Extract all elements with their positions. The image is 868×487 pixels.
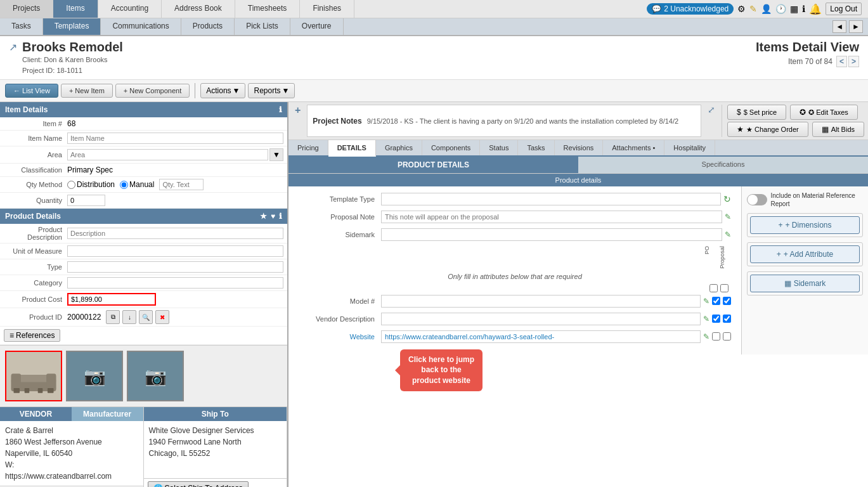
user-icon[interactable]: 👤 bbox=[761, 4, 772, 14]
vendor-tab[interactable]: VENDOR bbox=[0, 407, 72, 421]
specifications-tab[interactable]: Specifications bbox=[578, 157, 868, 173]
vendor-description-input[interactable] bbox=[381, 313, 701, 325]
material-report-toggle[interactable] bbox=[747, 194, 767, 205]
new-item-btn[interactable]: + New Item bbox=[61, 84, 113, 98]
product-details-tab[interactable]: PRODUCT DETAILS bbox=[288, 157, 578, 173]
vendor-desc-po-checkbox[interactable] bbox=[712, 315, 720, 323]
subnav-tasks[interactable]: Tasks bbox=[0, 18, 43, 35]
nav-forward-icon[interactable]: ► bbox=[849, 20, 863, 33]
proposal-main-checkbox[interactable] bbox=[720, 284, 729, 292]
tab-revisions[interactable]: Revisions bbox=[555, 140, 604, 155]
qty-text-input[interactable] bbox=[159, 179, 204, 190]
description-input[interactable] bbox=[67, 228, 283, 239]
nav-accounting[interactable]: Accounting bbox=[98, 0, 162, 18]
ship-to-tab[interactable]: Ship To bbox=[144, 407, 287, 421]
model-proposal-checkbox[interactable] bbox=[723, 297, 731, 305]
edit-taxes-btn[interactable]: ✪ ✪ Edit Taxes bbox=[790, 105, 858, 120]
manufacturer-tab[interactable]: Manufacturer bbox=[72, 407, 143, 421]
product-cost-input[interactable]: $1,899.00 bbox=[67, 293, 156, 306]
tab-hospitality[interactable]: Hospitality bbox=[664, 140, 715, 155]
subnav-products[interactable]: Products bbox=[181, 18, 235, 35]
subnav-overture[interactable]: Overture bbox=[290, 18, 344, 35]
info-icon[interactable]: ℹ bbox=[802, 4, 805, 14]
product-details-subheader: Product details bbox=[288, 174, 868, 186]
tab-details[interactable]: DETAILS bbox=[328, 140, 376, 157]
proposal-note-edit-icon[interactable]: ✎ bbox=[725, 212, 731, 221]
tab-attachments[interactable]: Attachments • bbox=[603, 140, 664, 155]
photo-2-placeholder[interactable]: 📷 bbox=[66, 351, 123, 401]
model-po-checkbox[interactable] bbox=[712, 297, 720, 305]
notes-collapse-icon[interactable]: ⤢ bbox=[705, 105, 718, 115]
proposal-note-input[interactable] bbox=[381, 211, 722, 223]
website-po-checkbox[interactable] bbox=[712, 332, 720, 341]
settings-icon[interactable]: ⚙ bbox=[737, 4, 746, 14]
category-input[interactable] bbox=[67, 277, 283, 289]
tab-graphics[interactable]: Graphics bbox=[376, 140, 422, 155]
nav-items[interactable]: Items bbox=[53, 0, 98, 18]
logout-btn[interactable]: Log Out bbox=[826, 3, 862, 15]
nav-timesheets[interactable]: Timesheets bbox=[235, 0, 301, 18]
model-number-input[interactable] bbox=[381, 295, 701, 308]
notification-badge[interactable]: 💬 2 Unacknowledged bbox=[647, 3, 734, 15]
area-input[interactable] bbox=[67, 149, 268, 160]
next-item-btn[interactable]: > bbox=[848, 56, 859, 67]
type-input[interactable] bbox=[67, 261, 283, 273]
sidemark-attr-btn[interactable]: ▦ Sidemark bbox=[750, 275, 860, 292]
product-id-copy-icon[interactable]: ⧉ bbox=[106, 310, 120, 324]
item-name-input[interactable] bbox=[67, 133, 283, 144]
prev-item-btn[interactable]: < bbox=[836, 56, 847, 67]
change-order-btn[interactable]: ★ ★ Change Order bbox=[727, 122, 808, 137]
item-details-info-icon[interactable]: ℹ bbox=[279, 105, 282, 114]
unit-measure-input[interactable] bbox=[67, 245, 283, 257]
vendor-desc-edit-icon[interactable]: ✎ bbox=[703, 315, 709, 323]
website-input[interactable]: https://www.crateandbarrel.com/hayward-3… bbox=[381, 330, 701, 343]
actions-dropdown[interactable]: Actions ▼ bbox=[200, 83, 245, 98]
subnav-picklists[interactable]: Pick Lists bbox=[235, 18, 290, 35]
dimensions-btn[interactable]: + + Dimensions bbox=[750, 216, 860, 234]
tab-status[interactable]: Status bbox=[480, 140, 518, 155]
quantity-input[interactable]: 0 bbox=[67, 195, 105, 206]
tab-tasks[interactable]: Tasks bbox=[518, 140, 554, 155]
product-info-icon[interactable]: ℹ bbox=[279, 212, 282, 221]
po-main-checkbox[interactable] bbox=[709, 284, 718, 292]
photo-1[interactable] bbox=[5, 351, 62, 401]
template-type-refresh-icon[interactable]: ↻ bbox=[723, 194, 731, 204]
tab-components[interactable]: Components bbox=[422, 140, 480, 155]
clock-icon[interactable]: 🕐 bbox=[775, 4, 786, 14]
reports-dropdown[interactable]: Reports ▼ bbox=[248, 83, 295, 98]
nav-back-icon[interactable]: ◄ bbox=[832, 20, 846, 33]
website-edit-icon[interactable]: ✎ bbox=[703, 332, 709, 341]
set-price-btn[interactable]: $ $ Set price bbox=[727, 105, 786, 120]
product-id-search-icon[interactable]: 🔍 bbox=[139, 310, 153, 324]
product-heart-icon[interactable]: ♥ bbox=[271, 212, 275, 221]
list-view-btn[interactable]: ← List View bbox=[5, 84, 58, 98]
nav-finishes[interactable]: Finishes bbox=[300, 0, 354, 18]
area-dropdown-icon[interactable]: ▼ bbox=[269, 148, 283, 161]
photo-3-placeholder[interactable]: 📷 bbox=[127, 351, 184, 401]
select-ship-to-btn[interactable]: 🌐 Select Ship To Address bbox=[148, 481, 249, 487]
new-component-btn[interactable]: + New Component bbox=[115, 84, 190, 98]
notes-expand-icon[interactable]: + bbox=[292, 105, 303, 137]
nav-projects[interactable]: Projects bbox=[0, 0, 53, 18]
subnav-templates[interactable]: Templates bbox=[43, 18, 101, 35]
product-star-icon[interactable]: ★ bbox=[260, 212, 267, 221]
qty-distribution-radio[interactable]: Distribution bbox=[67, 180, 115, 189]
add-attribute-btn[interactable]: + + Add Attribute bbox=[750, 245, 860, 263]
model-edit-icon[interactable]: ✎ bbox=[703, 297, 709, 306]
grid-icon[interactable]: ▦ bbox=[790, 4, 798, 14]
references-btn[interactable]: ≡ References bbox=[4, 329, 60, 342]
tab-pricing[interactable]: Pricing bbox=[288, 140, 328, 155]
website-proposal-checkbox[interactable] bbox=[723, 332, 731, 341]
nav-addressbook[interactable]: Address Book bbox=[162, 0, 235, 18]
vendor-desc-proposal-checkbox[interactable] bbox=[723, 315, 731, 323]
qty-manual-radio[interactable]: Manual bbox=[120, 180, 154, 189]
subnav-communications[interactable]: Communications bbox=[101, 18, 181, 35]
sidemark-edit-icon[interactable]: ✎ bbox=[725, 230, 731, 239]
pencil-icon[interactable]: ✎ bbox=[749, 4, 757, 14]
external-link-icon[interactable]: ↗ bbox=[9, 41, 17, 53]
product-id-clear-icon[interactable]: ✖ bbox=[155, 310, 169, 324]
alt-bids-btn[interactable]: ▦ Alt Bids bbox=[812, 122, 864, 137]
template-type-input[interactable] bbox=[381, 193, 721, 205]
product-id-download-icon[interactable]: ↓ bbox=[122, 310, 136, 324]
sidemark-input[interactable] bbox=[381, 228, 722, 241]
